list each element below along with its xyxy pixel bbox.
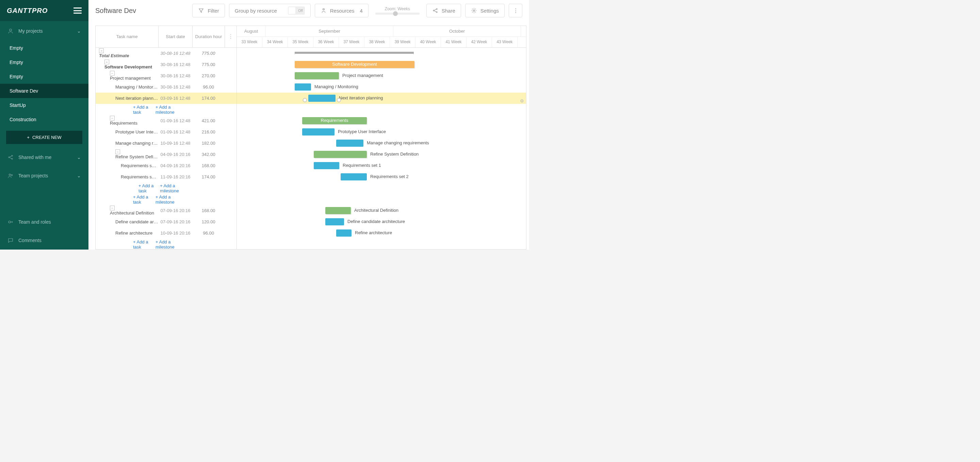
add-task-link[interactable]: + Add a task	[138, 183, 154, 193]
gantt-bar[interactable]: Manage changing requirements	[336, 140, 363, 147]
col-task-name[interactable]: Task name	[95, 26, 159, 47]
add-row[interactable]: + Add a task+ Add a milestone	[95, 239, 526, 249]
task-row[interactable]: −Refine System Definition04-09-16 20:163…	[95, 149, 526, 160]
task-row[interactable]: −Software Development30-08-16 12:48775.0…	[95, 59, 526, 70]
task-name-cell[interactable]: Refine architecture	[95, 231, 159, 236]
task-row[interactable]: Refine architecture10-09-16 20:1696.00Re…	[95, 228, 526, 239]
task-duration-cell[interactable]: 182.00	[192, 140, 224, 146]
col-more-button[interactable]: ⋮	[225, 26, 237, 47]
gantt-bar[interactable]: Requirements set 1	[314, 162, 339, 169]
task-start-cell[interactable]: 11-09-16 20:16	[159, 174, 192, 179]
sidebar-project-item[interactable]: Empty	[0, 55, 89, 70]
add-milestone-link[interactable]: + Add a milestone	[156, 194, 180, 205]
task-name-cell[interactable]: −Requirements	[95, 116, 159, 126]
add-milestone-link[interactable]: + Add a milestone	[156, 105, 180, 115]
gantt-bar[interactable]: Refine System Definition	[314, 151, 367, 158]
my-projects-section[interactable]: My projects ⌄	[0, 21, 89, 41]
bar-handle-right[interactable]	[337, 98, 341, 102]
task-row[interactable]: −Project management30-08-16 12:48270.00P…	[95, 70, 526, 81]
task-start-cell[interactable]: 10-09-16 20:16	[159, 231, 192, 236]
sidebar-project-item[interactable]: Construction	[0, 112, 89, 127]
task-name-cell[interactable]: Requirements set 1	[95, 163, 159, 168]
gantt-bar[interactable]	[295, 52, 414, 54]
task-duration-cell[interactable]: 168.00	[192, 163, 224, 168]
task-start-cell[interactable]: 30-08-16 12:48	[159, 51, 192, 56]
team-roles-link[interactable]: Team and roles	[0, 213, 89, 231]
col-duration[interactable]: Duration hour	[192, 26, 225, 47]
filter-button[interactable]: Filter	[192, 4, 224, 18]
task-start-cell[interactable]: 30-08-16 12:48	[159, 62, 192, 67]
zoom-control[interactable]: Zoom: Weeks	[372, 6, 422, 14]
task-row[interactable]: Requirements set 211-09-16 20:16174.00Re…	[95, 171, 526, 183]
task-name-cell[interactable]: −Architectural Definition	[95, 206, 159, 215]
task-duration-cell[interactable]: 168.00	[192, 208, 224, 213]
add-task-link[interactable]: + Add a task	[133, 105, 150, 115]
more-menu-button[interactable]: ⋮	[509, 4, 522, 18]
task-name-cell[interactable]: −Project management	[95, 71, 159, 81]
task-duration-cell[interactable]: 174.00	[192, 96, 224, 101]
task-name-cell[interactable]: Requirements set 2	[95, 174, 159, 179]
col-start-date[interactable]: Start date	[159, 26, 192, 47]
collapse-toggle[interactable]: −	[110, 206, 115, 210]
gantt-bar[interactable]: Requirements	[302, 117, 367, 124]
task-start-cell[interactable]: 30-08-16 12:48	[159, 73, 192, 78]
task-row[interactable]: Requirements set 104-09-16 20:16168.00Re…	[95, 160, 526, 171]
collapse-toggle[interactable]: −	[110, 71, 115, 76]
task-duration-cell[interactable]: 96.00	[192, 231, 224, 236]
add-milestone-link[interactable]: + Add a milestone	[156, 239, 180, 250]
task-row[interactable]: Define candidate architecture07-09-16 20…	[95, 216, 526, 228]
task-start-cell[interactable]: 30-08-16 12:48	[159, 84, 192, 89]
task-start-cell[interactable]: 07-09-16 20:16	[159, 219, 192, 225]
task-row[interactable]: Manage changing requirements10-09-16 12:…	[95, 137, 526, 149]
group-by-button[interactable]: Group by resource Off	[229, 4, 311, 18]
gantt-bar[interactable]: Project management	[295, 72, 339, 79]
task-row[interactable]: Prototype User Interface01-09-16 12:4821…	[95, 126, 526, 137]
task-start-cell[interactable]: 04-09-16 20:16	[159, 163, 192, 168]
sidebar-project-item[interactable]: StartUp	[0, 98, 89, 112]
add-row[interactable]: + Add a task+ Add a milestone	[95, 104, 526, 115]
share-button[interactable]: Share	[426, 4, 461, 18]
add-row[interactable]: + Add a task+ Add a milestone	[95, 183, 526, 194]
gantt-bar[interactable]: Managing / Monitoring	[295, 83, 311, 91]
task-start-cell[interactable]: 04-09-16 20:16	[159, 152, 192, 157]
add-milestone-link[interactable]: + Add a milestone	[160, 183, 183, 193]
task-start-cell[interactable]: 03-09-16 12:48	[159, 96, 192, 101]
collapse-toggle[interactable]: −	[99, 48, 104, 53]
task-duration-cell[interactable]: 421.00	[192, 118, 224, 123]
collapse-toggle[interactable]: −	[105, 60, 109, 64]
task-duration-cell[interactable]: 342.00	[192, 152, 224, 157]
sidebar-project-item[interactable]: Empty	[0, 41, 89, 55]
team-projects-section[interactable]: Team projects ⌄	[0, 166, 89, 185]
gantt-bar[interactable]: Refine architecture	[336, 229, 352, 237]
resources-button[interactable]: Resources 4	[315, 4, 369, 18]
task-start-cell[interactable]: 07-09-16 20:16	[159, 208, 192, 213]
task-duration-cell[interactable]: 174.00	[192, 174, 224, 179]
task-name-cell[interactable]: −Total Estimate	[95, 48, 159, 58]
task-duration-cell[interactable]: 775.00	[192, 51, 224, 56]
add-task-link[interactable]: + Add a task	[133, 194, 150, 205]
group-toggle[interactable]: Off	[288, 6, 305, 14]
task-name-cell[interactable]: Managing / Monitoring	[95, 84, 159, 89]
task-row[interactable]: −Architectural Definition07-09-16 20:161…	[95, 205, 526, 216]
hamburger-icon[interactable]	[73, 8, 82, 14]
settings-button[interactable]: Settings	[465, 4, 504, 18]
sidebar-project-item[interactable]: Software Dev	[0, 84, 89, 98]
comments-link[interactable]: Comments	[0, 231, 89, 250]
task-duration-cell[interactable]: 216.00	[192, 129, 224, 134]
task-row[interactable]: Managing / Monitoring30-08-16 12:4896.00…	[95, 81, 526, 92]
create-new-button[interactable]: + CREATE NEW	[6, 131, 82, 144]
gantt-bar[interactable]: Define candidate architecture	[325, 218, 344, 225]
add-task-link[interactable]: + Add a task	[133, 239, 150, 250]
collapse-toggle[interactable]: −	[115, 150, 120, 154]
add-row[interactable]: + Add a task+ Add a milestone	[95, 194, 526, 205]
gantt-bar[interactable]: Next iteration planning	[308, 95, 336, 102]
task-row[interactable]: −Requirements01-09-16 12:48421.00Require…	[95, 115, 526, 126]
task-name-cell[interactable]: −Refine System Definition	[95, 150, 159, 159]
gantt-bar[interactable]: Architectural Definition	[325, 207, 351, 214]
zoom-slider[interactable]	[375, 13, 420, 14]
task-duration-cell[interactable]: 120.00	[192, 219, 224, 225]
shared-with-me-section[interactable]: Shared with me ⌄	[0, 148, 89, 166]
task-duration-cell[interactable]: 775.00	[192, 62, 224, 67]
task-duration-cell[interactable]: 96.00	[192, 84, 224, 89]
task-name-cell[interactable]: Manage changing requirements	[95, 140, 159, 146]
